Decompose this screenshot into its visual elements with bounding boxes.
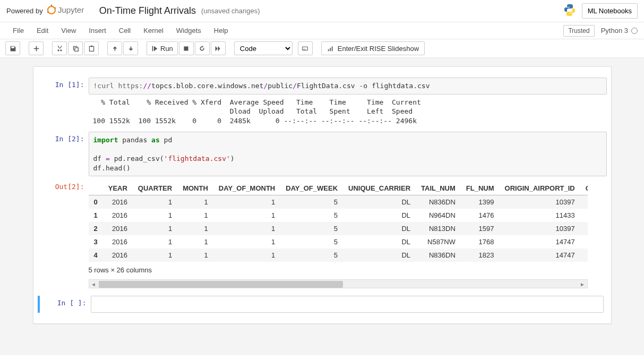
dataframe-summary: 5 rows × 26 columns bbox=[89, 262, 607, 276]
code-cell-1[interactable]: In [1]: !curl https://topcs.blob.core.wi… bbox=[38, 78, 607, 128]
svg-point-1 bbox=[50, 5, 52, 6]
table-row: 320161115DLN587NW176814747SEA... bbox=[89, 235, 588, 248]
menu-cell[interactable]: Cell bbox=[113, 23, 137, 38]
notebook-page: In [1]: !curl https://topcs.blob.core.wi… bbox=[33, 66, 612, 324]
code-cell-2[interactable]: In [2]: import pandas as pd df = pd.read… bbox=[38, 132, 607, 176]
code-input[interactable]: !curl https://topcs.blob.core.windows.ne… bbox=[89, 78, 607, 95]
kernel-name[interactable]: Python 3 bbox=[601, 27, 638, 35]
svg-rect-15 bbox=[330, 48, 331, 51]
menu-help[interactable]: Help bbox=[208, 23, 235, 38]
menu-view[interactable]: View bbox=[55, 23, 82, 38]
scroll-left-icon[interactable]: ◄ bbox=[90, 281, 97, 288]
add-cell-button[interactable] bbox=[29, 41, 44, 55]
code-input[interactable] bbox=[91, 296, 604, 313]
stop-button[interactable] bbox=[179, 41, 194, 55]
svg-rect-8 bbox=[90, 45, 92, 46]
table-header: TAIL_NUM bbox=[416, 182, 461, 195]
svg-rect-6 bbox=[74, 47, 78, 51]
toolbar: Run Code Enter/Exit RISE Slideshow bbox=[0, 39, 644, 58]
output-prompt: Out[2]: bbox=[38, 179, 89, 288]
svg-rect-12 bbox=[304, 49, 305, 49]
table-header: ORIGIN_AIRPORT_ID bbox=[500, 182, 580, 195]
svg-rect-7 bbox=[89, 46, 93, 51]
rise-label: Enter/Exit RISE Slideshow bbox=[338, 45, 419, 53]
svg-rect-11 bbox=[303, 47, 308, 50]
paste-button[interactable] bbox=[84, 41, 99, 55]
table-header: YEAR bbox=[103, 182, 133, 195]
save-status: (unsaved changes) bbox=[201, 7, 260, 15]
svg-point-0 bbox=[48, 6, 55, 14]
trusted-indicator[interactable]: Trusted bbox=[563, 25, 594, 37]
scrollbar-thumb[interactable] bbox=[99, 281, 343, 288]
restart-button[interactable] bbox=[195, 41, 210, 55]
run-button[interactable]: Run bbox=[147, 41, 178, 55]
svg-rect-16 bbox=[332, 47, 333, 52]
table-header: ORIGIN bbox=[580, 182, 588, 195]
horizontal-scrollbar[interactable]: ◄ ► bbox=[89, 279, 588, 288]
table-header: DAY_OF_WEEK bbox=[280, 182, 343, 195]
dataframe-output: YEARQUARTERMONTHDAY_OF_MONTHDAY_OF_WEEKU… bbox=[89, 179, 588, 262]
svg-rect-9 bbox=[152, 46, 153, 51]
table-header: UNIQUE_CARRIER bbox=[343, 182, 416, 195]
cut-button[interactable] bbox=[52, 41, 67, 55]
table-row: 120161115DLN964DN147611433DTW... bbox=[89, 209, 588, 222]
scroll-right-icon[interactable]: ► bbox=[579, 281, 586, 288]
table-row: 220161115DLN813DN159710397ATL... bbox=[89, 222, 588, 235]
svg-text:Jupyter: Jupyter bbox=[58, 5, 84, 14]
menu-kernel[interactable]: Kernel bbox=[137, 23, 170, 38]
menu-insert[interactable]: Insert bbox=[82, 23, 113, 38]
restart-run-all-button[interactable] bbox=[211, 41, 226, 55]
copy-button[interactable] bbox=[68, 41, 83, 55]
move-up-button[interactable] bbox=[107, 41, 122, 55]
kernel-idle-icon bbox=[631, 28, 638, 34]
input-prompt: In [2]: bbox=[38, 132, 89, 176]
table-header: DAY_OF_MONTH bbox=[213, 182, 280, 195]
notebook-title[interactable]: On-Time Flight Arrivals bbox=[99, 5, 196, 16]
save-button[interactable] bbox=[5, 41, 20, 55]
notebook-area: In [1]: !curl https://topcs.blob.core.wi… bbox=[0, 58, 644, 355]
svg-point-3 bbox=[47, 12, 48, 13]
code-cell-3-selected[interactable]: In [ ]: bbox=[38, 296, 607, 313]
svg-rect-10 bbox=[184, 46, 188, 50]
command-palette-button[interactable] bbox=[298, 41, 313, 55]
table-row: 020161115DLN836DN139910397ATL... bbox=[89, 195, 588, 209]
run-label: Run bbox=[160, 45, 173, 53]
move-down-button[interactable] bbox=[123, 41, 138, 55]
menu-file[interactable]: File bbox=[6, 23, 30, 38]
header: Powered by Jupyter On-Time Flight Arriva… bbox=[0, 0, 644, 22]
input-prompt: In [ ]: bbox=[40, 296, 91, 313]
table-row: 420161115DLN836DN182314747SEA... bbox=[89, 248, 588, 262]
output-cell-2: Out[2]: YEARQUARTERMONTHDAY_OF_MONTHDAY_… bbox=[38, 179, 607, 288]
rise-slideshow-button[interactable]: Enter/Exit RISE Slideshow bbox=[321, 41, 425, 55]
celltype-select[interactable]: Code bbox=[234, 41, 293, 55]
svg-rect-13 bbox=[305, 49, 306, 49]
table-header bbox=[89, 182, 103, 195]
kernel-name-label: Python 3 bbox=[601, 27, 628, 35]
table-header: FL_NUM bbox=[461, 182, 500, 195]
dataframe-table: YEARQUARTERMONTHDAY_OF_MONTHDAY_OF_WEEKU… bbox=[89, 182, 588, 262]
powered-by-label: Powered by bbox=[6, 7, 43, 15]
svg-rect-14 bbox=[328, 49, 329, 52]
input-prompt: In [1]: bbox=[38, 78, 89, 128]
code-input[interactable]: import pandas as pd df = pd.read_csv('fl… bbox=[89, 132, 607, 176]
cell-output-text: % Total % Received % Xferd Average Speed… bbox=[89, 95, 607, 129]
jupyter-logo[interactable]: Jupyter bbox=[46, 4, 94, 18]
table-header: MONTH bbox=[177, 182, 213, 195]
svg-point-2 bbox=[54, 7, 55, 8]
python-logo-icon bbox=[563, 3, 577, 19]
menu-widgets[interactable]: Widgets bbox=[170, 23, 208, 38]
notebooks-list-button[interactable]: ML Notebooks bbox=[582, 3, 638, 19]
table-header: QUARTER bbox=[133, 182, 177, 195]
menubar: File Edit View Insert Cell Kernel Widget… bbox=[0, 22, 644, 39]
menu-edit[interactable]: Edit bbox=[30, 23, 55, 38]
